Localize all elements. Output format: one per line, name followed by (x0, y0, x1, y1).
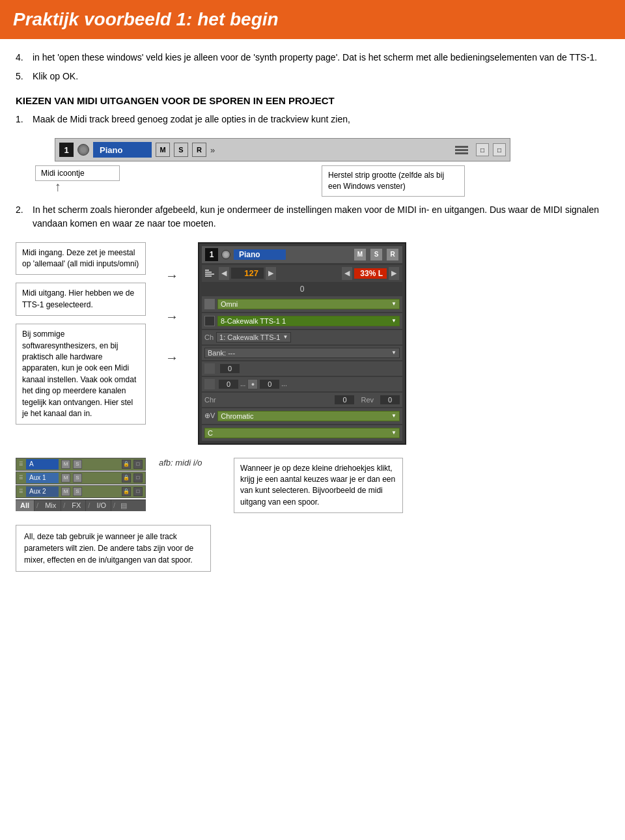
midi-omni-row: Omni ▼ (202, 296, 402, 312)
tab-io[interactable]: I/O (92, 500, 111, 511)
callout-midi-uitgang: Midi uitgang. Hier hebben we de TTS-1 ge… (16, 283, 146, 316)
arrows-area: → → → (165, 242, 178, 365)
restore-button[interactable]: □ (476, 143, 489, 156)
callout-midi-kanaal: Bij sommige softwaresynthesizers, en bij… (16, 324, 146, 425)
step-4: 4. in het 'open these windows' veld kies… (16, 51, 609, 64)
tab-mix[interactable]: Mix (40, 500, 61, 511)
midi-chromatic-row: ⊕V Chromatic ▼ (202, 408, 402, 424)
section-heading: KIEZEN VAN MIDI UITGANGEN VOOR DE SPOREN… (16, 95, 609, 106)
omni-dropdown-arrow: ▼ (391, 301, 396, 307)
c-dropdown-arrow: ▼ (391, 430, 396, 436)
mute-button[interactable]: M (156, 143, 170, 157)
step-2-midi: 2. In het scherm zoals hieronder afgebee… (16, 203, 609, 231)
mixer-aux1-mute[interactable]: M (61, 473, 70, 483)
track-arrows: » (210, 145, 215, 155)
midi-solo-btn[interactable]: S (370, 248, 383, 261)
mixer-a-mute[interactable]: M (61, 460, 70, 469)
all-tab-note: All, deze tab gebruik je wanneer je alle… (16, 525, 211, 572)
tts-dropdown-arrow: ▼ (391, 318, 396, 324)
triangle-note: Wanneer je op deze kleine driehoekjes kl… (234, 458, 403, 514)
tts-dropdown[interactable]: 8-Cakewalk TTS-1 1 ▼ (217, 316, 400, 326)
tab-sep2: / (61, 500, 67, 511)
record-button[interactable]: R (192, 143, 206, 157)
page-title: Praktijk voorbeeld 1: het begin (13, 9, 612, 30)
mixer-track-aux2-name: Aux 2 (26, 486, 59, 497)
mixer-aux2-mute[interactable]: M (61, 487, 70, 496)
multi-icon (204, 379, 215, 389)
arrow-1-icon: → (165, 268, 178, 283)
midi-multi-row: 0 ... ● 0 ... (202, 377, 402, 391)
bank-dropdown-arrow: ▼ (391, 350, 396, 356)
midi-top-bar: 1 Piano M S R (202, 246, 402, 263)
track-strip: 1 Piano M S R » □ □ (55, 138, 510, 161)
num0-icon (204, 363, 215, 374)
midi-icon-label: Midi icoontje (35, 165, 120, 181)
dots-2: ... (281, 380, 286, 387)
volume-up-btn[interactable]: ▶ (389, 267, 399, 280)
volume-down-btn[interactable]: ◀ (342, 267, 352, 280)
mixer-track-aux1-name: Aux 1 (26, 473, 59, 483)
mixer-track-a-icon: ⠿ (19, 461, 23, 468)
midi-channel-row: Ch 1: Cakewalk TTS-1 ▼ (202, 330, 402, 344)
midi-icon-annotation: Midi icoontje ↓ (35, 165, 120, 197)
step-2-num: 2. (16, 203, 27, 231)
mixer-icon-btn: ▤ (117, 500, 130, 511)
step-5-text: Klik op OK. (33, 70, 78, 83)
output-icon (204, 316, 215, 326)
midi-panel: 1 Piano M S R ◀ 127 ▶ (198, 242, 406, 445)
sv-icon: ⊕V (204, 412, 215, 420)
caption-section: afb: midi i/o Wanneer je op deze kleine … (159, 458, 403, 514)
herstel-strip-label: Herstel strip grootte (zelfde als bij ee… (322, 165, 465, 197)
mixer-aux2-solo[interactable]: S (73, 487, 82, 496)
mixer-track-a-name: A (26, 459, 59, 469)
chr-label: Chr (204, 396, 216, 404)
midi-track-name: Piano (234, 249, 286, 260)
close-button[interactable]: □ (493, 143, 506, 156)
step-4-text: in het 'open these windows' veld kies je… (33, 51, 597, 64)
tab-fx[interactable]: FX (67, 500, 86, 511)
omni-dropdown[interactable]: Omni ▼ (217, 299, 400, 309)
input-icon (204, 299, 215, 309)
step-2-text: In het scherm zoals hieronder afgebeeld,… (33, 203, 609, 231)
mixer-a-icon2: □ (133, 460, 143, 469)
chromatic-dropdown[interactable]: Chromatic ▼ (217, 411, 400, 421)
mixer-aux2-icon1: 🔒 (122, 487, 131, 496)
tab-sep1: / (35, 500, 40, 511)
channel-dropdown[interactable]: 1: Cakewalk TTS-1 ▼ (216, 332, 291, 343)
mixer-aux2-icon2: □ (133, 487, 143, 496)
mixer-tabs: All / Mix / FX / I/O / ▤ (16, 499, 146, 511)
midi-bank-row: Bank: --- ▼ (202, 346, 402, 360)
mixer-aux1-solo[interactable]: S (73, 473, 82, 483)
callout-midi-ingang: Midi ingang. Deze zet je meestal op 'all… (16, 242, 146, 275)
afb-caption: afb: midi i/o (159, 458, 224, 468)
midi-controls-row: ◀ 127 ▶ ◀ 33% L ▶ (202, 265, 402, 282)
mixer-view: ⠿ A M S 🔒 □ ⠿ Aux 1 M S 🔒 □ ⠿ Aux (16, 458, 146, 511)
velocity-up-btn[interactable]: ▶ (266, 267, 276, 280)
midi-c-row: C ▼ (202, 425, 402, 441)
midi-mute-btn[interactable]: M (354, 248, 367, 261)
num0-value: 0 (220, 364, 240, 373)
solo-button[interactable]: S (174, 143, 188, 157)
step-1-text: Maak de Midi track breed genoeg zodat je… (33, 113, 350, 126)
c-dropdown[interactable]: C ▼ (204, 428, 400, 438)
dots-1: ... (240, 380, 245, 387)
arrow-up-icon: ↓ (55, 181, 61, 196)
mixer-a-solo[interactable]: S (73, 460, 82, 469)
mixer-track-a: ⠿ A M S 🔒 □ (16, 458, 146, 471)
arrow-3-icon: → (165, 350, 178, 365)
multi-circle-btn[interactable]: ● (247, 379, 258, 389)
chr-value: 0 (335, 395, 354, 404)
tab-all[interactable]: All (16, 500, 35, 511)
rev-value: 0 (380, 395, 400, 404)
volume-value: 33% L (354, 268, 387, 279)
chromatic-dropdown-arrow: ▼ (391, 413, 396, 419)
midi-record-btn[interactable]: R (386, 248, 399, 261)
bank-dropdown[interactable]: Bank: --- ▼ (204, 348, 400, 358)
left-callouts: Midi ingang. Deze zet je meestal op 'all… (16, 242, 146, 425)
midi-icon-circle (77, 144, 89, 156)
velocity-value: 127 (231, 268, 264, 279)
midi-section: Midi ingang. Deze zet je meestal op 'all… (16, 242, 609, 445)
step-1-midi: 1. Maak de Midi track breed genoeg zodat… (16, 113, 609, 126)
multi-num0c: 0 (260, 380, 279, 389)
velocity-down-btn[interactable]: ◀ (219, 267, 229, 280)
